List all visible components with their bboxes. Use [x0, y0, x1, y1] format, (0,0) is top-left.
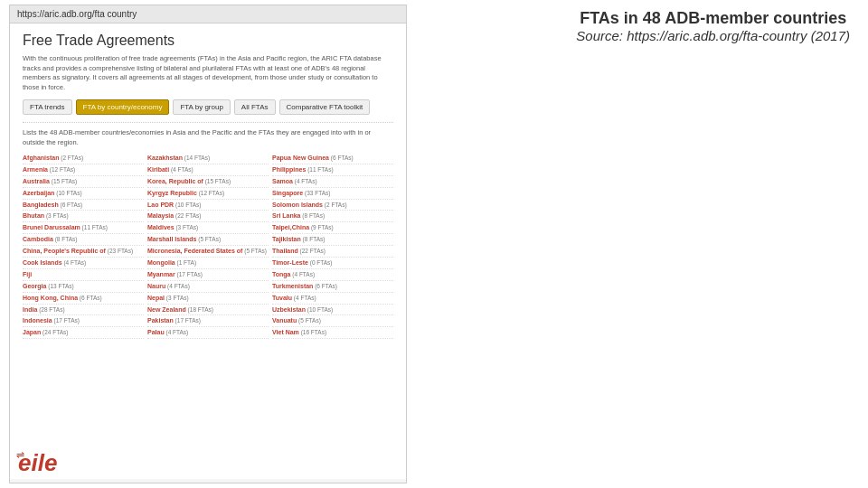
tab-fta-country[interactable]: FTA by country/economy [76, 99, 170, 115]
list-item[interactable]: Viet Nam (16 FTAs) [272, 327, 393, 339]
header-source: Source: https://aric.adb.org/fta-country… [576, 28, 850, 43]
list-item[interactable]: Kyrgyz Republic (12 FTAs) [147, 188, 269, 200]
tab-fta-group[interactable]: FTA by group [173, 99, 230, 115]
list-item[interactable]: Afghanistan (2 FTAs) [23, 153, 144, 164]
list-item[interactable]: Taipei,China (9 FTAs) [272, 222, 393, 234]
browser-url-bar: https://aric.adb.org/fta country [10, 5, 406, 23]
list-item[interactable]: Lao PDR (10 FTAs) [147, 200, 269, 211]
list-item[interactable]: Kiribati (4 FTAs) [147, 164, 269, 176]
list-item[interactable]: Vanuatu (5 FTAs) [272, 315, 393, 327]
sub-description: Lists the 48 ADB-member countries/econom… [23, 122, 393, 147]
list-item[interactable]: Brunei Darussalam (11 FTAs) [23, 222, 144, 234]
logo-icon: eile ⇌ [16, 447, 66, 476]
list-item[interactable]: Palau (4 FTAs) [147, 327, 269, 339]
list-item[interactable]: Uzbekistan (10 FTAs) [272, 305, 393, 316]
list-item[interactable]: Papua New Guinea (6 FTAs) [272, 153, 393, 164]
list-item[interactable]: India (28 FTAs) [23, 305, 144, 316]
list-item[interactable]: Malaysia (22 FTAs) [147, 211, 269, 222]
tab-fta-trends[interactable]: FTA trends [23, 99, 72, 115]
list-item[interactable]: Bangladesh (6 FTAs) [23, 200, 144, 211]
list-item[interactable]: China, People's Republic of (23 FTAs) [23, 246, 144, 258]
list-item[interactable]: Cambodia (8 FTAs) [23, 234, 144, 246]
list-item[interactable]: New Zealand (18 FTAs) [147, 305, 269, 316]
list-item[interactable]: Singapore (33 FTAs) [272, 188, 393, 200]
tab-all-ftas[interactable]: All FTAs [234, 99, 276, 115]
svg-text:⇌: ⇌ [16, 449, 24, 460]
list-item[interactable]: Turkmenistan (6 FTAs) [272, 281, 393, 293]
list-item[interactable]: Micronesia, Federated States of (5 FTAs) [147, 246, 269, 258]
page-content: Free Trade Agreements With the continuou… [10, 23, 406, 479]
header-title: FTAs in 48 ADB-member countries [576, 9, 850, 28]
list-item[interactable]: Hong Kong, China (6 FTAs) [23, 293, 144, 305]
list-item[interactable]: Cook Islands (4 FTAs) [23, 258, 144, 269]
list-item[interactable]: Kazakhstan (14 FTAs) [147, 153, 269, 164]
list-item[interactable]: Mongolia (1 FTA) [147, 258, 269, 269]
list-item[interactable]: Myanmar (17 FTAs) [147, 269, 269, 281]
list-item[interactable]: Bhutan (3 FTAs) [23, 211, 144, 222]
list-item[interactable]: Azerbaijan (10 FTAs) [23, 188, 144, 200]
list-item[interactable]: Philippines (11 FTAs) [272, 164, 393, 176]
list-item[interactable]: Samoa (4 FTAs) [272, 176, 393, 188]
list-item[interactable]: Indonesia (17 FTAs) [23, 315, 144, 327]
list-item[interactable]: Maldives (3 FTAs) [147, 222, 269, 234]
country-grid: Afghanistan (2 FTAs)Armenia (12 FTAs)Aus… [23, 153, 393, 339]
list-item[interactable]: Nepal (3 FTAs) [147, 293, 269, 305]
list-item[interactable]: Marshall Islands (5 FTAs) [147, 234, 269, 246]
list-item[interactable]: Solomon Islands (2 FTAs) [272, 200, 393, 211]
list-item[interactable]: Korea, Republic of (15 FTAs) [147, 176, 269, 188]
tab-comparative[interactable]: Comparative FTA toolkit [279, 99, 371, 115]
nav-tabs: FTA trends FTA by country/economy FTA by… [23, 99, 393, 115]
list-item[interactable]: Tajikistan (8 FTAs) [272, 234, 393, 246]
list-item[interactable]: Fiji [23, 269, 144, 281]
list-item[interactable]: Timor-Leste (0 FTAs) [272, 258, 393, 269]
header-area: FTAs in 48 ADB-member countries Source: … [576, 9, 850, 43]
list-item[interactable]: Armenia (12 FTAs) [23, 164, 144, 176]
list-item[interactable]: Japan (24 FTAs) [23, 327, 144, 339]
list-item[interactable]: Sri Lanka (8 FTAs) [272, 211, 393, 222]
list-item[interactable]: Nauru (4 FTAs) [147, 281, 269, 293]
list-item[interactable]: Georgia (13 FTAs) [23, 281, 144, 293]
page-description: With the continuous proliferation of fre… [23, 54, 393, 92]
list-item[interactable]: Tonga (4 FTAs) [272, 269, 393, 281]
list-item[interactable]: Australia (15 FTAs) [23, 176, 144, 188]
list-item[interactable]: Thailand (22 FTAs) [272, 246, 393, 258]
logo-area: eile ⇌ [16, 447, 71, 479]
page-title: Free Trade Agreements [23, 33, 393, 49]
list-item[interactable]: Pakistan (17 FTAs) [147, 315, 269, 327]
list-item[interactable]: Tuvalu (4 FTAs) [272, 293, 393, 305]
browser-frame: https://aric.adb.org/fta country Free Tr… [9, 5, 407, 483]
